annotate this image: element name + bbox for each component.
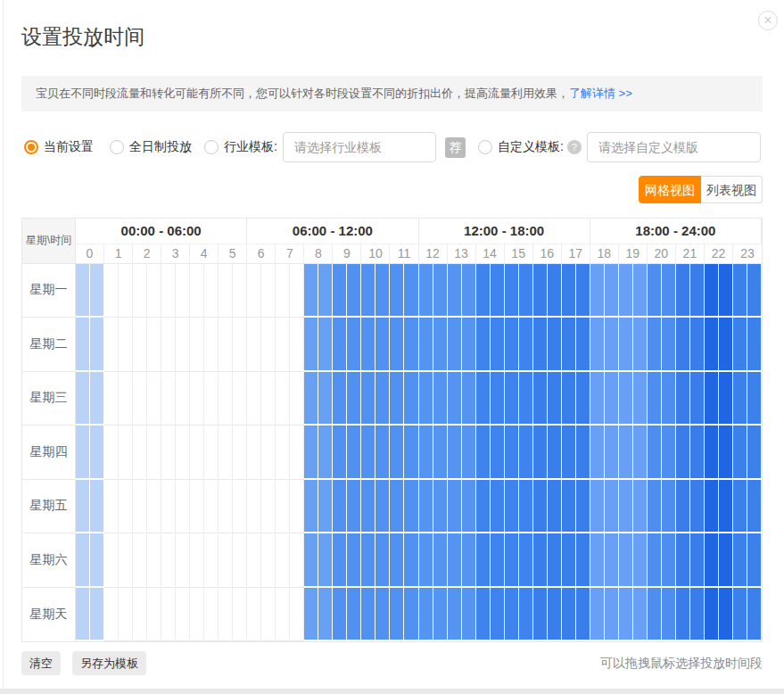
schedule-cell[interactable]	[276, 425, 290, 480]
schedule-cell[interactable]	[590, 480, 605, 534]
schedule-cell[interactable]	[133, 372, 147, 426]
schedule-cell[interactable]	[247, 318, 261, 372]
schedule-cell[interactable]	[519, 588, 533, 642]
schedule-cell[interactable]	[333, 533, 347, 588]
schedule-cell[interactable]	[290, 264, 304, 318]
schedule-cell[interactable]	[548, 372, 562, 426]
schedule-cell[interactable]	[304, 533, 318, 588]
schedule-cell[interactable]	[119, 318, 133, 372]
schedule-cell[interactable]	[533, 318, 548, 372]
schedule-cell[interactable]	[448, 372, 462, 426]
grid-view-button[interactable]: 网格视图	[639, 176, 701, 203]
list-view-button[interactable]: 列表视图	[701, 176, 763, 203]
schedule-cell[interactable]	[233, 480, 247, 534]
schedule-cell[interactable]	[491, 372, 505, 426]
schedule-cell[interactable]	[747, 533, 762, 588]
schedule-cell[interactable]	[133, 264, 147, 318]
schedule-cell[interactable]	[719, 425, 733, 480]
schedule-cell[interactable]	[462, 588, 476, 642]
schedule-cell[interactable]	[390, 318, 404, 372]
schedule-cell[interactable]	[304, 318, 318, 372]
schedule-cell[interactable]	[204, 588, 219, 642]
schedule-cell[interactable]	[505, 533, 519, 588]
schedule-cell[interactable]	[76, 588, 90, 642]
schedule-cell[interactable]	[548, 533, 562, 588]
schedule-cell[interactable]	[76, 533, 90, 588]
schedule-cell[interactable]	[505, 480, 519, 534]
schedule-cell[interactable]	[690, 533, 705, 588]
schedule-cell[interactable]	[219, 372, 233, 426]
schedule-cell[interactable]	[361, 588, 375, 642]
clear-button[interactable]: 清空	[21, 651, 61, 675]
schedule-cell[interactable]	[133, 533, 147, 588]
schedule-cell[interactable]	[476, 425, 491, 480]
schedule-cell[interactable]	[448, 480, 462, 534]
schedule-cell[interactable]	[190, 588, 204, 642]
schedule-cell[interactable]	[662, 425, 676, 480]
schedule-cell[interactable]	[433, 425, 448, 480]
schedule-cell[interactable]	[375, 318, 390, 372]
schedule-cell[interactable]	[361, 480, 375, 534]
schedule-cell[interactable]	[375, 372, 390, 426]
schedule-cell[interactable]	[176, 588, 190, 642]
schedule-cell[interactable]	[147, 533, 161, 588]
schedule-cell[interactable]	[448, 264, 462, 318]
schedule-cell[interactable]	[519, 480, 533, 534]
schedule-cell[interactable]	[133, 425, 147, 480]
schedule-cell[interactable]	[576, 480, 590, 534]
schedule-cell[interactable]	[476, 533, 491, 588]
schedule-cell[interactable]	[705, 318, 719, 372]
schedule-cell[interactable]	[304, 372, 318, 426]
schedule-cell[interactable]	[204, 425, 219, 480]
schedule-cell[interactable]	[747, 480, 762, 534]
schedule-cell[interactable]	[404, 533, 418, 588]
schedule-cell[interactable]	[491, 480, 505, 534]
schedule-cell[interactable]	[419, 533, 433, 588]
schedule-cell[interactable]	[491, 318, 505, 372]
schedule-cell[interactable]	[433, 318, 448, 372]
schedule-cell[interactable]	[133, 480, 147, 534]
schedule-cell[interactable]	[90, 264, 104, 318]
schedule-cell[interactable]	[375, 533, 390, 588]
radio-all-day-label[interactable]: 全日制投放	[129, 139, 192, 155]
schedule-cell[interactable]	[548, 318, 562, 372]
schedule-cell[interactable]	[290, 425, 304, 480]
schedule-cell[interactable]	[247, 533, 261, 588]
schedule-cell[interactable]	[719, 480, 733, 534]
schedule-cell[interactable]	[476, 588, 491, 642]
radio-industry-template-label[interactable]: 行业模板:	[224, 139, 277, 155]
schedule-cell[interactable]	[662, 318, 676, 372]
schedule-cell[interactable]	[119, 372, 133, 426]
schedule-cell[interactable]	[219, 318, 233, 372]
schedule-cell[interactable]	[433, 480, 448, 534]
schedule-cell[interactable]	[261, 318, 276, 372]
schedule-cell[interactable]	[375, 588, 390, 642]
schedule-cell[interactable]	[519, 425, 533, 480]
schedule-cell[interactable]	[419, 372, 433, 426]
schedule-cell[interactable]	[404, 425, 418, 480]
schedule-cell[interactable]	[133, 588, 147, 642]
schedule-cell[interactable]	[347, 588, 361, 642]
schedule-cell[interactable]	[347, 425, 361, 480]
schedule-cell[interactable]	[119, 480, 133, 534]
schedule-cell[interactable]	[605, 533, 619, 588]
schedule-cell[interactable]	[333, 318, 347, 372]
schedule-cell[interactable]	[147, 588, 161, 642]
schedule-cell[interactable]	[605, 425, 619, 480]
schedule-cell[interactable]	[419, 480, 433, 534]
schedule-cell[interactable]	[347, 318, 361, 372]
schedule-cell[interactable]	[90, 318, 104, 372]
schedule-cell[interactable]	[747, 372, 762, 426]
schedule-cell[interactable]	[219, 588, 233, 642]
schedule-cell[interactable]	[533, 533, 548, 588]
schedule-cell[interactable]	[261, 264, 276, 318]
schedule-cell[interactable]	[247, 425, 261, 480]
schedule-cell[interactable]	[533, 264, 548, 318]
schedule-cell[interactable]	[448, 318, 462, 372]
schedule-cell[interactable]	[204, 480, 219, 534]
schedule-cell[interactable]	[676, 480, 690, 534]
schedule-cell[interactable]	[576, 264, 590, 318]
schedule-cell[interactable]	[590, 318, 605, 372]
schedule-cell[interactable]	[333, 372, 347, 426]
schedule-cell[interactable]	[676, 264, 690, 318]
